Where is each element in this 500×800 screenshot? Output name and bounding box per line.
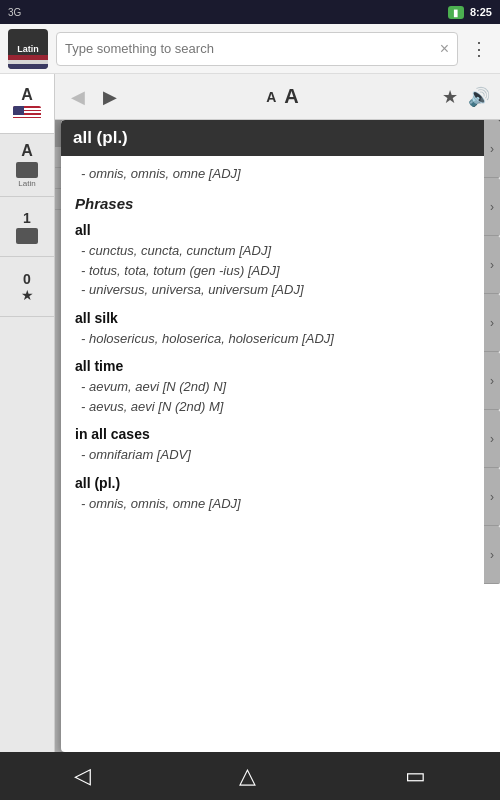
chevron-7[interactable]: ›	[484, 468, 500, 526]
phrase-word-all-silk: all silk	[75, 310, 486, 326]
status-icons: ▮ 8:25	[448, 6, 492, 19]
phrase-trans-time-2: - aevus, aevi [N (2nd) M]	[75, 397, 486, 417]
phrase-word-in-all-cases: in all cases	[75, 426, 486, 442]
phrase-trans-time-1: - aevum, aevi [N (2nd) N]	[75, 377, 486, 397]
chevron-1[interactable]: ›	[484, 120, 500, 178]
signal-area: 3G	[8, 7, 442, 18]
clear-icon[interactable]: ×	[440, 40, 449, 58]
right-chevrons: › › › › › › › ›	[484, 120, 500, 584]
phrase-trans-silk-1: - holosericus, holoserica, holosericum […	[75, 329, 486, 349]
android-back-button[interactable]: ◁	[54, 755, 111, 797]
phrase-word-all: all	[75, 222, 486, 238]
sidebar-flag-us	[13, 106, 41, 122]
chevron-2[interactable]: ›	[484, 178, 500, 236]
chevron-6[interactable]: ›	[484, 410, 500, 468]
phrase-trans-all-3: - universus, universa, universum [ADJ]	[75, 280, 486, 300]
dict-word-header: all (pl.)	[61, 120, 500, 156]
font-large-button[interactable]: A	[284, 85, 298, 108]
phrase-trans-all-1: - cunctus, cuncta, cunctum [ADJ]	[75, 241, 486, 261]
search-input[interactable]	[65, 41, 440, 56]
phrase-trans-cases-1: - omnifariam [ADV]	[75, 445, 486, 465]
nav-arrows: ◀ ▶	[65, 82, 123, 112]
sidebar-num-0: 0	[23, 271, 31, 287]
dict-main-translation: - omnis, omnis, omne [ADJ]	[75, 166, 486, 181]
search-box[interactable]: ×	[56, 32, 458, 66]
action-icons: ★ 🔊	[442, 86, 490, 108]
phrase-word-all-pl: all (pl.)	[75, 475, 486, 491]
status-bar: 3G ▮ 8:25	[0, 0, 500, 24]
phrase-trans-all-2: - totus, tota, totum (gen -ius) [ADJ]	[75, 261, 486, 281]
sidebar-icon-1	[16, 228, 38, 244]
sidebar-letter-2: A	[21, 142, 33, 160]
phrase-trans-pl-1: - omnis, omnis, omne [ADJ]	[75, 494, 486, 514]
sidebar-icon-latin	[16, 162, 38, 178]
font-small-button[interactable]: A	[266, 89, 276, 105]
star-button[interactable]: ★	[442, 86, 458, 108]
top-bar: Latin × ⋮	[0, 24, 500, 74]
dict-toolbar: ◀ ▶ A A ★ 🔊	[55, 74, 500, 120]
battery-indicator: ▮	[448, 6, 464, 19]
sidebar-num-1: 1	[23, 210, 31, 226]
chevron-8[interactable]: ›	[484, 526, 500, 584]
chevron-4[interactable]: ›	[484, 294, 500, 352]
dictionary-card: all (pl.) - omnis, omnis, omne [ADJ] Phr…	[61, 120, 500, 752]
app-icon-flag	[8, 55, 48, 69]
speaker-button[interactable]: 🔊	[468, 86, 490, 108]
android-nav-bar: ◁ △ ▭	[0, 752, 500, 800]
phrases-header: Phrases	[75, 195, 486, 212]
forward-button[interactable]: ▶	[97, 82, 123, 112]
chevron-3[interactable]: ›	[484, 236, 500, 294]
time-display: 8:25	[470, 6, 492, 18]
back-button[interactable]: ◀	[65, 82, 91, 112]
sidebar-item-1[interactable]: 1	[0, 197, 54, 257]
app-icon[interactable]: Latin	[8, 29, 48, 69]
signal-text: 3G	[8, 7, 21, 18]
phrase-word-all-time: all time	[75, 358, 486, 374]
sidebar-item-a-flag[interactable]: A	[0, 74, 54, 134]
menu-button[interactable]: ⋮	[466, 34, 492, 64]
android-recent-button[interactable]: ▭	[385, 755, 446, 797]
app-icon-text: Latin	[17, 44, 39, 54]
sidebar-star-icon: ★	[21, 287, 34, 303]
chevron-5[interactable]: ›	[484, 352, 500, 410]
sidebar-sub-label: Latin	[18, 179, 35, 188]
sidebar-item-a-latin[interactable]: A Latin	[0, 134, 54, 197]
font-controls: A A	[266, 85, 299, 108]
android-home-button[interactable]: △	[219, 755, 276, 797]
sidebar-item-0-star[interactable]: 0 ★	[0, 257, 54, 317]
sidebar-letter: A	[21, 86, 33, 104]
main-layout: A A Latin 1 0 ★ all (pl.) of all sorts/k…	[0, 74, 500, 752]
left-sidebar: A A Latin 1 0 ★	[0, 74, 55, 752]
content-area: all (pl.) of all sorts/kinds holosericus…	[55, 74, 500, 752]
